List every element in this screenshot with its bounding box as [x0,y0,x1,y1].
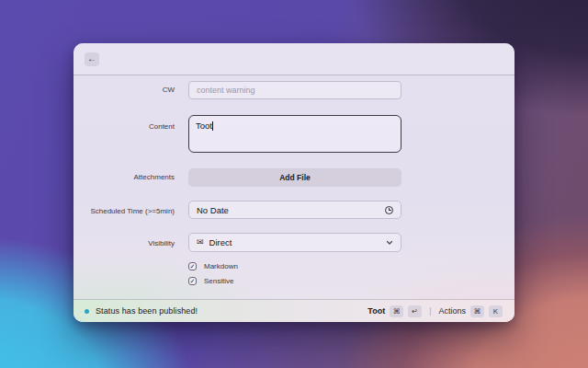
desktop-background: ← CW Content Toot Attechments Add File [0,0,588,368]
sensitive-checkbox-label: Sensitive [204,277,233,285]
content-label: Content [74,115,188,131]
visibility-select[interactable]: ✉ Direct [188,233,401,252]
text-cursor [212,121,213,131]
compose-form: CW Content Toot Attechments Add File Sch… [74,75,514,299]
status-message: Status has been published! [96,306,368,316]
toot-compose-window: ← CW Content Toot Attechments Add File [74,43,514,322]
k-key-badge[interactable]: K [489,305,503,317]
markdown-checkbox-label: Markdown [204,262,238,270]
visibility-label: Visibility [74,233,188,247]
back-button[interactable]: ← [85,52,99,66]
markdown-checkbox[interactable]: ✓ [188,262,197,270]
cw-label: CW [74,80,188,94]
command-key-badge[interactable]: ⌘ [470,305,484,317]
check-icon: ✓ [190,278,196,284]
content-text: Toot [196,121,212,131]
visibility-value: Direct [209,237,386,247]
markdown-checkbox-row: ✓ Markdown [188,262,514,270]
content-row: Content Toot [74,115,514,153]
add-file-button[interactable]: Add File [188,168,401,187]
cw-row: CW [74,80,514,99]
status-dot-icon [85,309,89,314]
content-warning-input[interactable] [188,81,401,99]
scheduled-time-field[interactable]: No Date [188,201,401,219]
content-textarea[interactable]: Toot [188,115,401,153]
toot-action-label: Toot [368,306,385,316]
check-icon: ✓ [190,263,196,270]
titlebar: ← [74,43,514,75]
command-key-badge[interactable]: ⌘ [390,305,403,317]
statusbar-shortcuts: Toot ⌘ ↵ | Actions ⌘ K [368,305,503,317]
chevron-down-icon [386,240,393,246]
visibility-row: Visibility ✉ Direct [74,233,514,252]
envelope-icon: ✉ [197,238,204,247]
return-key-badge[interactable]: ↵ [408,305,422,317]
attachments-label: Attechments [74,167,188,181]
clock-icon [385,206,393,214]
scheduled-time-value: No Date [197,205,385,215]
sensitive-checkbox-row: ✓ Sensitive [188,277,514,285]
sensitive-checkbox[interactable]: ✓ [188,277,197,285]
status-bar: Status has been published! Toot ⌘ ↵ | Ac… [74,299,514,322]
actions-label: Actions [438,306,466,316]
attachments-row: Attechments Add File [74,167,514,187]
shortcut-separator: | [429,306,431,316]
back-arrow-icon: ← [87,54,96,63]
scheduled-time-label: Scheduled Time (>=5min) [74,201,188,215]
scheduled-time-row: Scheduled Time (>=5min) No Date [74,201,514,219]
